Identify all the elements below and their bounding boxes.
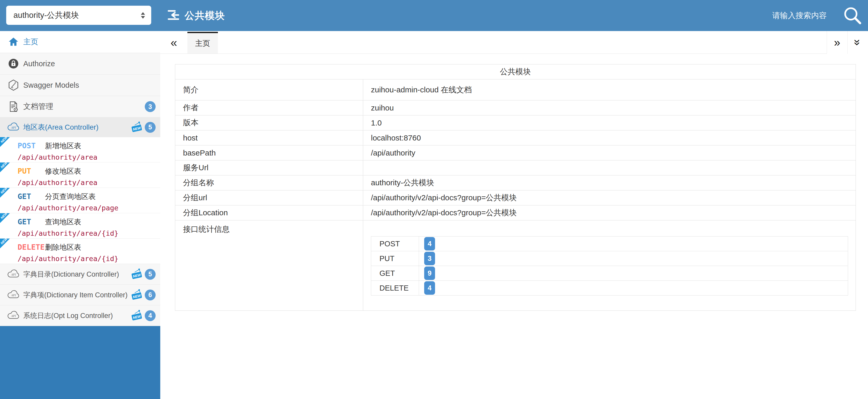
cloud-api-icon: API — [7, 269, 20, 280]
http-method: POST — [18, 141, 45, 150]
sidebar-item-area-controller[interactable]: API 地区表(Area Controller) NEW 5 — [0, 117, 160, 137]
count-badge: 6 — [145, 289, 156, 301]
api-item-post-area[interactable]: NEW POST 新增地区表 /api/authority/area — [0, 137, 160, 163]
stats-row: GET 9 — [371, 266, 848, 281]
sidebar: 主页 Authorize S — [0, 31, 160, 399]
new-ribbon-icon: NEW — [0, 213, 10, 223]
sidebar-item-label: 字典目录(Dictionary Controller) — [23, 269, 119, 279]
count-badge: 3 — [145, 101, 156, 112]
row-label: basePath — [175, 145, 363, 161]
api-label: 修改地区表 — [45, 166, 81, 176]
lock-icon — [7, 58, 20, 69]
sidebar-item-dictionary-item-controller[interactable]: API 字典项(Dictionary Item Controller) NEW … — [0, 285, 160, 305]
sidebar-item-dictionary-controller[interactable]: API 字典目录(Dictionary Controller) NEW 5 — [0, 264, 160, 285]
search-area: 请输入搜索内容 — [772, 0, 868, 31]
app-logo-icon — [167, 8, 180, 23]
sidebar-item-authorize[interactable]: Authorize — [0, 53, 160, 75]
document-settings-icon — [7, 101, 20, 113]
sidebar-item-doc-manage[interactable]: 文档管理 3 — [0, 96, 160, 117]
new-tag-icon: NEW — [130, 121, 143, 134]
new-ribbon-icon: NEW — [0, 238, 10, 248]
stats-count-chip: 3 — [424, 252, 435, 265]
new-ribbon-icon: NEW — [0, 163, 10, 172]
sidebar-item-label: 主页 — [23, 37, 38, 47]
sidebar-item-label: 系统日志(Opt Log Controller) — [23, 311, 113, 320]
row-label: 接口统计信息 — [175, 221, 363, 311]
module-info-table: 公共模块 简介 zuihou-admin-cloud 在线文档 作者 zuiho… — [175, 64, 856, 311]
tab-home[interactable]: 主页 — [187, 32, 218, 54]
sidebar-item-label: 文档管理 — [23, 102, 53, 112]
api-operation-list: NEW POST 新增地区表 /api/authority/area NEW P… — [0, 137, 160, 264]
row-value: 1.0 — [363, 115, 856, 131]
http-method: GET — [18, 192, 45, 201]
home-icon — [7, 36, 20, 47]
new-tag-icon: NEW — [130, 309, 143, 322]
api-item-put-area[interactable]: NEW PUT 修改地区表 /api/authority/area — [0, 163, 160, 188]
search-input[interactable]: 请输入搜索内容 — [772, 10, 827, 21]
sidebar-item-label: 地区表(Area Controller) — [23, 122, 98, 132]
stats-count-chip: 9 — [424, 266, 435, 280]
top-header-bar: authority-公共模块 公共模块 请输入搜索内容 — [0, 0, 868, 31]
row-label: 作者 — [175, 101, 363, 115]
row-value: /api/authority/v2/api-docs?group=公共模块 — [363, 205, 856, 221]
table-row-stats: 接口统计信息 POST 4 PUT 3 GET — [175, 221, 856, 311]
sidebar-item-label: Authorize — [23, 59, 55, 68]
http-method: GET — [18, 217, 45, 226]
api-item-delete-area-id[interactable]: NEW DELETE 删除地区表 /api/authority/area/{id… — [0, 238, 160, 264]
stats-row: DELETE 4 — [371, 281, 848, 295]
table-row: 服务Url — [175, 161, 856, 175]
search-icon[interactable] — [842, 5, 863, 26]
table-row: 作者 zuihou — [175, 101, 856, 115]
row-label: host — [175, 131, 363, 145]
row-label: 分组Location — [175, 205, 363, 221]
row-label: 版本 — [175, 115, 363, 131]
row-label: 简介 — [175, 80, 363, 101]
row-label: 分组url — [175, 191, 363, 205]
table-title: 公共模块 — [175, 64, 856, 80]
api-group-select-value: authority-公共模块 — [13, 10, 141, 21]
table-row: 版本 1.0 — [175, 115, 856, 131]
sidebar-item-opt-log-controller[interactable]: API 系统日志(Opt Log Controller) NEW 4 — [0, 305, 160, 326]
sidebar-footer-fill — [0, 326, 160, 399]
table-row: 简介 zuihou-admin-cloud 在线文档 — [175, 80, 856, 101]
main-content: 公共模块 简介 zuihou-admin-cloud 在线文档 作者 zuiho… — [160, 54, 868, 399]
row-value — [363, 161, 856, 175]
table-row: 分组名称 authority-公共模块 — [175, 175, 856, 191]
api-label: 删除地区表 — [45, 243, 81, 252]
tab-bar: « 主页 » » — [160, 31, 868, 54]
count-badge: 5 — [145, 122, 156, 133]
api-label: 分页查询地区表 — [45, 192, 96, 202]
stats-method: PUT — [371, 251, 419, 266]
svg-text:API: API — [11, 126, 16, 130]
tab-collapse-button[interactable]: » — [847, 31, 868, 54]
cloud-api-icon: API — [7, 290, 20, 300]
method-stats-table: POST 4 PUT 3 GET 9 DELETE — [371, 236, 848, 295]
api-label: 查询地区表 — [45, 217, 81, 227]
api-item-get-area-id[interactable]: NEW GET 查询地区表 /api/authority/area/{id} — [0, 213, 160, 238]
app-title: 公共模块 — [185, 9, 225, 22]
sidebar-item-label: Swagger Models — [23, 81, 79, 89]
row-value: authority-公共模块 — [363, 175, 856, 191]
api-path: /api/authority/area — [18, 178, 160, 187]
row-value: zuihou-admin-cloud 在线文档 — [363, 80, 856, 101]
api-path: /api/authority/area/page — [18, 204, 160, 212]
row-value: /api/authority — [363, 145, 856, 161]
api-item-get-area-page[interactable]: NEW GET 分页查询地区表 /api/authority/area/page — [0, 188, 160, 213]
svg-text:API: API — [11, 314, 16, 318]
api-group-select[interactable]: authority-公共模块 — [6, 6, 151, 25]
sidebar-item-swagger-models[interactable]: Swagger Models — [0, 75, 160, 96]
new-ribbon-icon: NEW — [0, 137, 10, 147]
tab-scroll-right-button[interactable]: » — [827, 31, 847, 54]
table-row: basePath /api/authority — [175, 145, 856, 161]
cloud-api-icon: API — [7, 311, 20, 321]
row-value: localhost:8760 — [363, 131, 856, 145]
select-updown-icon — [141, 12, 145, 19]
api-label: 新增地区表 — [45, 141, 81, 151]
count-badge: 4 — [145, 310, 156, 321]
stats-row: POST 4 — [371, 236, 848, 251]
stats-method: POST — [371, 236, 419, 251]
sidebar-item-home[interactable]: 主页 — [0, 31, 160, 53]
tab-scroll-left-button[interactable]: « — [160, 31, 187, 54]
new-tag-icon: NEW — [130, 268, 143, 281]
api-path: /api/authority/area/{id} — [18, 255, 160, 263]
